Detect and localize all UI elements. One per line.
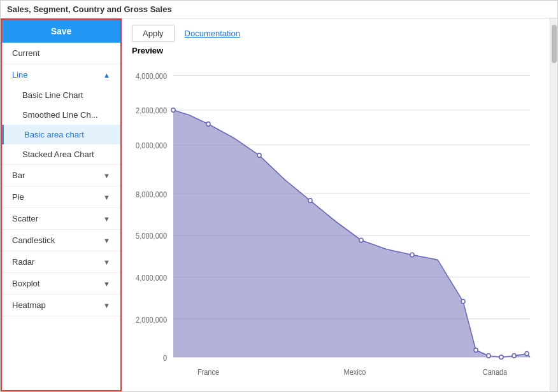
sidebar-item-candlestick[interactable]: Candlestick ▼ <box>2 230 120 251</box>
svg-point-21 <box>359 238 363 242</box>
chevron-up-icon: ▲ <box>103 71 110 79</box>
svg-point-22 <box>410 253 414 257</box>
chevron-down-icon: ▼ <box>103 172 110 179</box>
svg-text:France: France <box>197 368 219 376</box>
chevron-down-icon: ▼ <box>103 302 110 309</box>
svg-text:5,000,000: 5,000,000 <box>136 232 167 241</box>
line-sub-items: Basic Line Chart Smoothed Line Ch... Bas… <box>2 85 120 164</box>
svg-point-24 <box>474 348 478 353</box>
svg-text:0,000,000: 0,000,000 <box>136 142 167 150</box>
svg-text:4,000,000: 4,000,000 <box>136 274 167 283</box>
sidebar-item-radar[interactable]: Radar ▼ <box>2 251 120 272</box>
svg-text:0: 0 <box>163 354 167 362</box>
current-section: Current <box>2 43 120 64</box>
sidebar-item-boxplot[interactable]: Boxplot ▼ <box>2 273 120 294</box>
svg-point-28 <box>525 352 529 356</box>
svg-point-25 <box>487 354 490 358</box>
svg-text:2,000,000: 2,000,000 <box>136 316 167 324</box>
window-title: Sales, Segment, Country and Gross Sales <box>7 4 172 14</box>
sidebar-section-bar: Bar ▼ <box>2 165 120 186</box>
sidebar-item-scatter[interactable]: Scatter ▼ <box>2 208 120 229</box>
sidebar-item-heatmap[interactable]: Heatmap ▼ <box>2 295 120 316</box>
svg-point-23 <box>461 299 465 304</box>
sidebar-section-line: Line ▲ Basic Line Chart Smoothed Line Ch… <box>2 64 120 165</box>
chevron-down-icon: ▼ <box>103 215 110 223</box>
sidebar-item-bar[interactable]: Bar ▼ <box>2 165 120 186</box>
chevron-down-icon: ▼ <box>103 237 110 244</box>
right-panel: Apply Documentation Preview 4,000,000 2,… <box>122 18 550 391</box>
apply-button[interactable]: Apply <box>132 25 175 42</box>
sidebar-section-boxplot: Boxplot ▼ <box>2 273 120 295</box>
title-bar: Sales, Segment, Country and Gross Sales <box>1 1 557 18</box>
svg-text:Mexico: Mexico <box>344 368 366 376</box>
sidebar-item-line[interactable]: Line ▲ <box>2 64 120 85</box>
svg-point-27 <box>512 354 516 358</box>
sidebar-section-heatmap: Heatmap ▼ <box>2 295 120 316</box>
svg-text:8,000,000: 8,000,000 <box>136 190 167 199</box>
chart-svg: 4,000,000 2,000,000 0,000,000 8,000,000 … <box>132 58 540 385</box>
chevron-down-icon: ▼ <box>103 193 110 201</box>
sidebar-item-stacked-area[interactable]: Stacked Area Chart <box>2 144 120 164</box>
svg-point-19 <box>257 153 261 158</box>
svg-point-18 <box>206 122 210 127</box>
chevron-down-icon: ▼ <box>103 280 110 288</box>
sidebar-section-candlestick: Candlestick ▼ <box>2 230 120 251</box>
top-bar: Apply Documentation <box>132 25 540 42</box>
sidebar-item-current[interactable]: Current <box>2 43 120 64</box>
documentation-link[interactable]: Documentation <box>185 29 240 38</box>
sidebar-item-basic-line[interactable]: Basic Line Chart <box>2 85 120 105</box>
sidebar-section-scatter: Scatter ▼ <box>2 208 120 230</box>
preview-label: Preview <box>132 46 540 55</box>
scrollbar-right[interactable] <box>550 18 557 391</box>
svg-point-26 <box>499 355 503 360</box>
scrollbar-thumb[interactable] <box>552 25 557 63</box>
svg-text:4,000,000: 4,000,000 <box>136 72 167 80</box>
sidebar-item-basic-area[interactable]: Basic area chart <box>2 125 120 144</box>
main-window: Sales, Segment, Country and Gross Sales … <box>0 0 558 392</box>
sidebar-section-pie: Pie ▼ <box>2 186 120 208</box>
sidebar-item-smoothed-line[interactable]: Smoothed Line Ch... <box>2 105 120 125</box>
svg-point-20 <box>308 199 312 203</box>
sidebar-item-pie[interactable]: Pie ▼ <box>2 186 120 207</box>
svg-text:Canada: Canada <box>483 368 508 376</box>
chevron-down-icon: ▼ <box>103 258 110 266</box>
save-button[interactable]: Save <box>2 20 120 43</box>
svg-text:2,000,000: 2,000,000 <box>136 107 167 115</box>
chart-area: 4,000,000 2,000,000 0,000,000 8,000,000 … <box>132 58 540 385</box>
sidebar-section-radar: Radar ▼ <box>2 251 120 273</box>
svg-point-17 <box>171 108 175 113</box>
main-content: Save Current Line ▲ Basic Line Chart S <box>1 18 557 391</box>
sidebar: Save Current Line ▲ Basic Line Chart S <box>1 18 122 391</box>
